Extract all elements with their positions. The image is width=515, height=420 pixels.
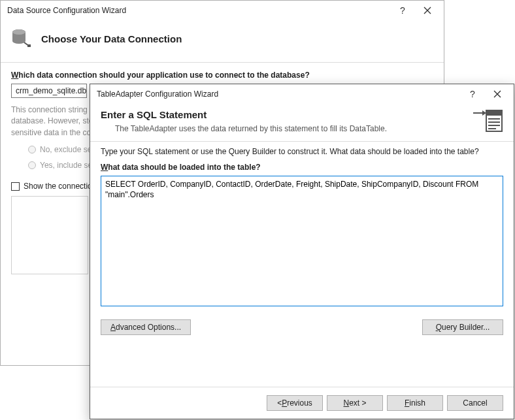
close-button[interactable] bbox=[485, 85, 510, 103]
wizard-footer: < Previous Next > Finish Cancel bbox=[90, 387, 514, 419]
back-title-text: Data Source Configuration Wizard bbox=[7, 6, 390, 15]
help-button[interactable]: ? bbox=[390, 1, 415, 20]
back-header: Choose Your Data Connection bbox=[1, 20, 444, 62]
advanced-label: dvanced Options... bbox=[116, 323, 181, 332]
radio-icon bbox=[28, 146, 36, 153]
query-builder-label: uery Builder... bbox=[442, 323, 490, 332]
svg-rect-4 bbox=[486, 110, 502, 116]
next-button[interactable]: Next > bbox=[327, 395, 383, 411]
close-button[interactable] bbox=[415, 1, 440, 20]
back-question: Which data connection should your applic… bbox=[11, 71, 433, 80]
front-subtitle: The TableAdapter uses the data returned … bbox=[101, 124, 463, 133]
sql-statement-textarea[interactable] bbox=[101, 176, 503, 306]
cancel-button[interactable]: Cancel bbox=[447, 395, 503, 411]
query-builder-button[interactable]: Query Builder... bbox=[422, 319, 503, 335]
svg-point-1 bbox=[12, 29, 25, 35]
checkbox-icon[interactable] bbox=[11, 182, 20, 191]
back-title-bar: Data Source Configuration Wizard ? bbox=[1, 1, 444, 20]
front-title-bar: TableAdapter Configuration Wizard ? bbox=[90, 84, 514, 104]
back-heading: Choose Your Data Connection bbox=[41, 33, 182, 44]
finish-button[interactable]: Finish bbox=[387, 395, 443, 411]
connection-string-preview-box bbox=[11, 196, 88, 274]
front-question: What data should be loaded into the tabl… bbox=[101, 163, 503, 172]
connection-dropdown[interactable]: crm_demo_sqlite.db bbox=[11, 84, 87, 98]
database-icon bbox=[11, 28, 32, 49]
sql-form-icon bbox=[472, 109, 503, 133]
connection-dropdown-value: crm_demo_sqlite.db bbox=[16, 86, 86, 95]
radio-icon bbox=[28, 161, 36, 169]
front-title-text: TableAdapter Configuration Wizard bbox=[97, 89, 460, 99]
sql-instruction: Type your SQL statement or use the Query… bbox=[101, 147, 503, 156]
advanced-options-button[interactable]: Advanced Options... bbox=[101, 319, 191, 335]
front-heading: Enter a SQL Statement bbox=[101, 109, 463, 120]
front-header: Enter a SQL Statement The TableAdapter u… bbox=[90, 104, 514, 141]
help-button[interactable]: ? bbox=[460, 85, 485, 103]
svg-rect-2 bbox=[27, 44, 31, 47]
previous-button[interactable]: < Previous bbox=[267, 395, 323, 411]
tableadapter-wizard-dialog: TableAdapter Configuration Wizard ? Ente… bbox=[90, 84, 514, 419]
